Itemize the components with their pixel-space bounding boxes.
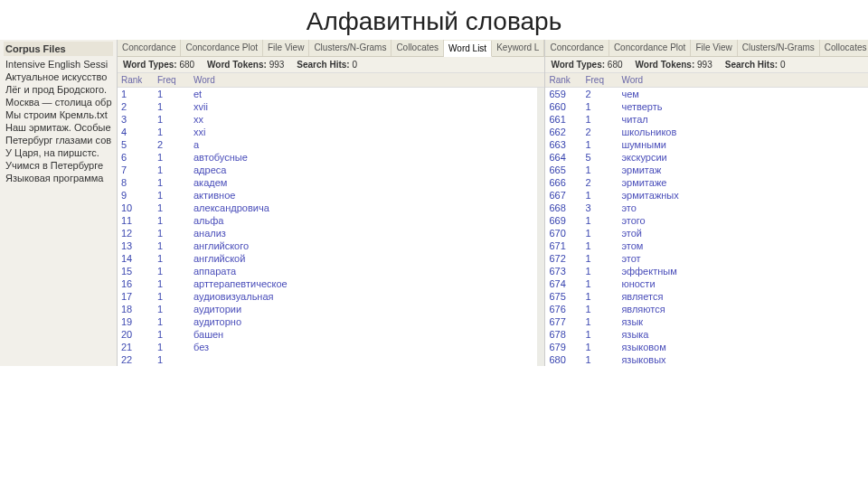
table-row[interactable]: 6631шумными: [545, 138, 868, 151]
tab-concordance[interactable]: Concordance: [545, 40, 609, 56]
tab-clusters-n-grams[interactable]: Clusters/N-Grams: [309, 40, 392, 56]
col-rank[interactable]: Rank: [545, 73, 581, 87]
table-row[interactable]: 6701этой: [545, 227, 868, 239]
table-row[interactable]: 6741юности: [545, 277, 868, 290]
table-row[interactable]: 6651эрмитаж: [545, 164, 868, 176]
table-row[interactable]: 131английского: [118, 239, 537, 252]
cell-word: эрмитажных: [618, 189, 868, 202]
workspace: Corpus Files Intensive English SessiАкту…: [0, 40, 868, 366]
table-row[interactable]: 6791языковом: [545, 341, 868, 353]
table-row[interactable]: 111альфа: [118, 214, 537, 227]
stat-value: 0: [352, 60, 357, 70]
corpus-file-item[interactable]: Актуальное искусство: [4, 70, 113, 83]
cell-word: арттерапевтическое: [190, 277, 537, 290]
cell-rank: 1: [118, 88, 154, 100]
corpus-file-item[interactable]: Москва — столица обр: [4, 96, 113, 108]
table-row[interactable]: 41xxi: [118, 126, 537, 138]
table-row[interactable]: 71адреса: [118, 164, 537, 176]
col-freq[interactable]: Freq: [154, 73, 190, 87]
table-row[interactable]: 6731эффектным: [545, 265, 868, 277]
cell-freq: 2: [581, 176, 618, 189]
table-row[interactable]: 61автобусные: [118, 151, 537, 164]
cell-rank: 673: [545, 265, 581, 277]
col-freq[interactable]: Freq: [581, 73, 618, 87]
table-row[interactable]: 6781языка: [545, 328, 868, 341]
table-row[interactable]: 91активное: [118, 189, 537, 202]
right-wordlist-rows[interactable]: 6592чем6601четверть6611читал6622школьник…: [545, 88, 868, 366]
table-row[interactable]: 191аудиторно: [118, 315, 537, 328]
cell-word: этот: [618, 252, 868, 265]
table-row[interactable]: 6721этот: [545, 252, 868, 265]
tab-concordance-plot[interactable]: Concordance Plot: [609, 40, 692, 56]
table-row[interactable]: 141английской: [118, 252, 537, 265]
cell-word: аппарата: [190, 265, 537, 277]
table-row[interactable]: 21xvii: [118, 100, 537, 113]
table-row[interactable]: 6801языковых: [545, 353, 868, 366]
table-row[interactable]: 6611читал: [545, 113, 868, 126]
table-row[interactable]: 121анализ: [118, 227, 537, 239]
corpus-file-item[interactable]: Наш эрмитаж. Особые: [4, 121, 113, 134]
table-row[interactable]: 11et: [118, 88, 537, 100]
corpus-file-item[interactable]: Мы строим Кремль.txt: [4, 108, 113, 121]
cell-word: активное: [190, 189, 537, 202]
table-row[interactable]: 101александровича: [118, 202, 537, 214]
left-wordlist-rows[interactable]: 11et21xvii31xx41xxi52а61автобусные71адре…: [118, 88, 537, 366]
tab-collocates[interactable]: Collocates: [392, 40, 444, 56]
tab-file-view[interactable]: File View: [691, 40, 737, 56]
tab-word-list[interactable]: Word List: [444, 41, 492, 57]
tab-clusters-n-grams[interactable]: Clusters/N-Grams: [738, 40, 820, 56]
table-row[interactable]: 181аудитории: [118, 303, 537, 315]
cell-rank: 15: [118, 265, 154, 277]
table-row[interactable]: 6592чем: [545, 88, 868, 100]
table-row[interactable]: 6601четверть: [545, 100, 868, 113]
table-row[interactable]: 211без: [118, 341, 537, 353]
table-row[interactable]: 6662эрмитаже: [545, 176, 868, 189]
tab-keyword-l[interactable]: Keyword L: [492, 40, 544, 56]
table-row[interactable]: 6671эрмитажных: [545, 189, 868, 202]
table-row[interactable]: 6622школьников: [545, 126, 868, 138]
corpus-file-item[interactable]: Языковая программа: [4, 172, 113, 184]
cell-word: эрмитаж: [618, 164, 868, 176]
corpus-file-item[interactable]: Intensive English Sessi: [4, 58, 113, 70]
corpus-file-item[interactable]: У Царя, на пиршстс.: [4, 146, 113, 159]
cell-freq: 1: [154, 290, 190, 303]
tab-concordance[interactable]: Concordance: [118, 40, 181, 56]
table-row[interactable]: 6771язык: [545, 315, 868, 328]
cell-freq: 1: [154, 239, 190, 252]
cell-freq: 2: [581, 126, 618, 138]
tab-file-view[interactable]: File View: [263, 40, 309, 56]
col-word[interactable]: Word: [618, 73, 868, 87]
table-row[interactable]: 161арттерапевтическое: [118, 277, 537, 290]
table-row[interactable]: 151аппарата: [118, 265, 537, 277]
cell-freq: 2: [154, 138, 190, 151]
table-row[interactable]: 6645экскурсии: [545, 151, 868, 164]
cell-word: а: [190, 138, 537, 151]
table-row[interactable]: 6751является: [545, 290, 868, 303]
corpus-files-list[interactable]: Intensive English SessiАктуальное искусс…: [4, 58, 113, 184]
table-row[interactable]: 6711этом: [545, 239, 868, 252]
table-row[interactable]: 31xx: [118, 113, 537, 126]
scrollbar[interactable]: [537, 88, 544, 366]
table-row[interactable]: 171аудиовизуальная: [118, 290, 537, 303]
table-row[interactable]: 6761являются: [545, 303, 868, 315]
table-row[interactable]: 6683это: [545, 202, 868, 214]
cell-word: английской: [190, 252, 537, 265]
table-row[interactable]: 52а: [118, 138, 537, 151]
col-rank[interactable]: Rank: [118, 73, 154, 87]
corpus-file-item[interactable]: Лёг и прод Бродского.: [4, 83, 113, 96]
stat-label: Search Hits:: [297, 60, 349, 70]
table-row[interactable]: 6691этого: [545, 214, 868, 227]
table-row[interactable]: 221: [118, 353, 537, 366]
cell-freq: 1: [581, 100, 618, 113]
col-word[interactable]: Word: [190, 73, 544, 87]
corpus-file-item[interactable]: Учимся в Петербурге: [4, 159, 113, 172]
table-row[interactable]: 81академ: [118, 176, 537, 189]
cell-rank: 676: [545, 303, 581, 315]
table-row[interactable]: 201башен: [118, 328, 537, 341]
tab-concordance-plot[interactable]: Concordance Plot: [181, 40, 263, 56]
page-title: Алфавитный словарь: [0, 0, 868, 40]
tab-collocates[interactable]: Collocates: [820, 40, 868, 56]
corpus-file-item[interactable]: Петербург глазами сов: [4, 134, 113, 146]
cell-word: аудиовизуальная: [190, 290, 537, 303]
cell-rank: 17: [118, 290, 154, 303]
